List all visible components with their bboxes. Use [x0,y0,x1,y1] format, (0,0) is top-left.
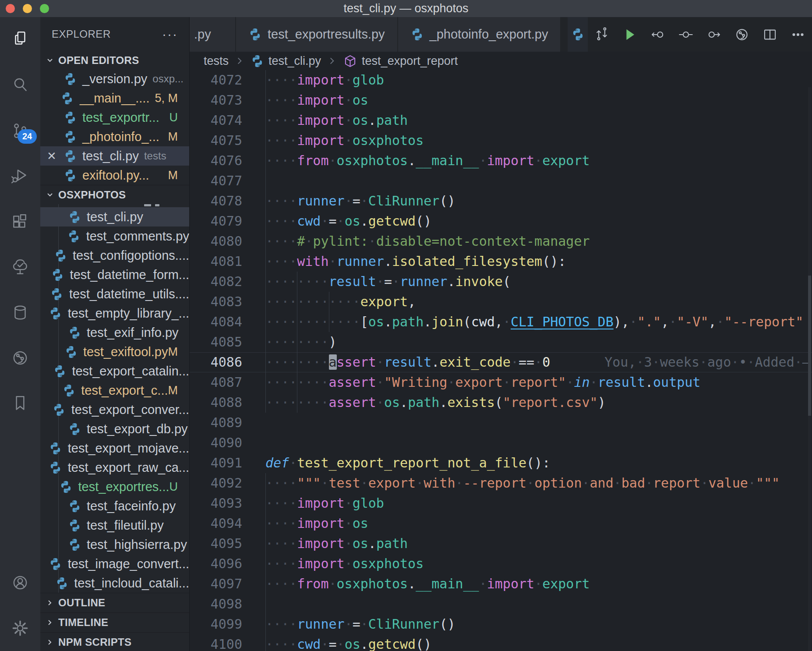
tree-item-test_export_c[interactable]: test_export_c...M [40,381,189,400]
code-line-4079[interactable]: 4079····cwd·=·os.getcwd() [190,211,812,231]
code-line-4087[interactable]: 4087········assert·"Writing·export·repor… [190,372,812,393]
run-icon[interactable] [616,17,644,52]
tree-item-test_export_db.py[interactable]: test_export_db.py [40,419,189,439]
tree-item-test_export_mojave[interactable]: test_export_mojave... [40,439,189,458]
code-line-4092[interactable]: 4092····"""·test·export·with·--report·op… [190,473,812,493]
activity-bar-bookmark-icon[interactable] [0,390,40,417]
code-line-4098[interactable]: 4098 [190,594,812,614]
zoom-window-button[interactable] [40,4,49,13]
open-editors-section-header[interactable]: OPEN EDITORS [40,51,189,69]
project-section-header[interactable]: OSXPHOTOS [40,185,189,204]
code-line-4099[interactable]: 4099····runner·=·CliRunner() [190,614,812,634]
code-line-4074[interactable]: 4074····import·os.path [190,110,812,131]
tree-item-test_empty_library_[interactable]: test_empty_library_... [40,304,189,323]
code-line-4086[interactable]: 4086········assert·result.exit_code·==·0… [190,352,812,372]
code-line-4089[interactable]: 4089 [190,413,812,433]
code-line-4073[interactable]: 4073····import·os [190,90,812,110]
open-editor-item[interactable]: exiftool.py...M [40,166,189,185]
activity-bar-files-icon[interactable] [0,25,40,53]
tree-item-test_exportres[interactable]: test_exportres...U [40,477,189,496]
activity-bar-test-tree-icon[interactable] [0,253,40,280]
python-icon [67,422,81,436]
python-icon [67,538,81,552]
close-icon[interactable]: ✕ [40,149,63,163]
activity-bar-database-icon[interactable] [0,299,40,326]
change-icon[interactable] [672,17,700,52]
breadcrumb-item[interactable]: tests [204,54,229,68]
close-window-button[interactable] [6,4,15,13]
breadcrumb[interactable]: teststest_cli.pytest_export_report [190,52,812,70]
breadcrumb-item[interactable]: test_cli.py [251,54,321,68]
code-line-4075[interactable]: 4075····import·osxphotos [190,131,812,151]
code-line-4082[interactable]: 4082········result·=·runner.invoke( [190,272,812,292]
code-line-4072[interactable]: 4072····import·glob [190,70,812,90]
code-line-4085[interactable]: 4085········) [190,332,812,352]
breadcrumb-item[interactable]: test_export_report [343,54,458,68]
editor-scrollbar[interactable] [808,87,811,651]
tree-item-test_highsierra.py[interactable]: test_highsierra.py [40,535,189,554]
code-line-4090[interactable]: 4090 [190,433,812,453]
code-line-4076[interactable]: 4076····from·osxphotos.__main__·import·e… [190,151,812,171]
tree-item-test_image_convert[interactable]: test_image_convert... [40,554,189,573]
active-file-python-icon[interactable] [568,17,588,52]
tab-test_exportresults.py[interactable]: test_exportresults.py [236,17,397,52]
tab-_photoinfo_export.py[interactable]: _photoinfo_export.py [398,17,561,52]
activity-bar-extensions-icon[interactable] [0,208,40,235]
open-editor-item[interactable]: ✕test_cli.pytests [40,146,189,166]
code-line-4093[interactable]: 4093····import·glob [190,493,812,513]
code-line-4097[interactable]: 4097····from·osxphotos.__main__·import·e… [190,574,812,594]
scrollbar-thumb[interactable] [808,276,811,416]
code-line-4091[interactable]: 4091def·test_export_report_not_a_file(): [190,453,812,473]
compare-changes-icon[interactable] [588,17,616,52]
code-line-4083[interactable]: 4083············export, [190,292,812,312]
split-editor-icon[interactable] [756,17,784,52]
tab-py[interactable]: .py [190,17,235,52]
code-line-4094[interactable]: 4094····import·os [190,513,812,534]
python-icon [67,499,81,513]
tree-item-test_datetime_utils[interactable]: test_datetime_utils.... [40,284,189,304]
code-line-4081[interactable]: 4081····with·runner.isolated_filesystem(… [190,251,812,272]
tree-item-test_cli.py[interactable]: test_cli.py [40,207,189,226]
tree-item-test_fileutil.py[interactable]: test_fileutil.py [40,516,189,535]
open-editor-item[interactable]: _version.pyosxp... [40,69,189,88]
open-editor-item[interactable]: __main__....5, M [40,88,189,108]
tree-item-test_comments.py[interactable]: test_comments.py [40,226,189,246]
tree-item-test_exiftool.py[interactable]: test_exiftool.pyM [40,342,189,361]
code-editor[interactable]: 4072····import·glob4073····import·os4074… [190,70,812,651]
open-editor-item[interactable]: test_exportr...U [40,108,189,127]
tree-item-test_export_catalin[interactable]: test_export_catalin... [40,361,189,381]
open-editor-item[interactable]: _photoinfo_...M [40,127,189,146]
activity-bar-settings-gear-icon[interactable] [0,615,40,642]
previous-change-icon[interactable] [644,17,672,52]
section-timeline[interactable]: TIMELINE [40,612,189,632]
file-name: test_exportres... [78,480,169,494]
tree-item-test_export_raw_ca[interactable]: test_export_raw_ca... [40,458,189,477]
more-actions-icon[interactable] [784,17,812,52]
activity-bar-run-debug-icon[interactable] [0,163,40,190]
code-line-4096[interactable]: 4096····import·osxphotos [190,554,812,574]
code-line-4080[interactable]: 4080····#·pylint:·disable=not-context-ma… [190,231,812,251]
tree-item-test_datetime_form[interactable]: test_datetime_form... [40,265,189,284]
code-line-4088[interactable]: 4088········assert·os.path.exists("repor… [190,393,812,413]
gitlens-graph-icon[interactable] [728,17,756,52]
minimize-window-button[interactable] [23,4,32,13]
activity-bar-source-control-icon[interactable]: 24 [0,117,40,145]
activity-bar-account-icon[interactable] [0,569,40,596]
code-line-4077[interactable]: 4077 [190,171,812,191]
tree-item-test_faceinfo.py[interactable]: test_faceinfo.py [40,496,189,516]
code-line-4078[interactable]: 4078····runner·=·CliRunner() [190,191,812,211]
next-change-icon[interactable] [700,17,728,52]
section-npm-scripts[interactable]: NPM SCRIPTS [40,632,189,651]
more-actions-icon[interactable]: ··· [162,32,178,36]
section-outline[interactable]: OUTLINE [40,593,189,612]
tree-item-test_exif_info.py[interactable]: test_exif_info.py [40,323,189,342]
tree-item-test_incloud_catali[interactable]: test_incloud_catali... [40,573,189,593]
tree-item-test_configoptions[interactable]: test_configoptions.... [40,246,189,265]
activity-bar-gitlens-icon[interactable] [0,344,40,371]
code-line-4084[interactable]: 4084············[os.path.join(cwd,·CLI_P… [190,312,812,332]
code-line-4100[interactable]: 4100····cwd·=·os.getcwd() [190,634,812,651]
activity-bar-search-icon[interactable] [0,71,40,98]
tree-item-test_export_conver[interactable]: test_export_conver... [40,400,189,419]
symbol-cube-icon [343,54,357,68]
code-line-4095[interactable]: 4095····import·os.path [190,534,812,554]
